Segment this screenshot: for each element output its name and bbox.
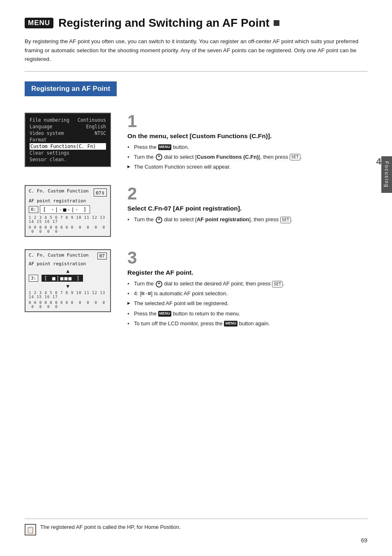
step1-title: On the menu, select [Custom Functions (C…	[127, 132, 367, 140]
step3-bullet-4: Press the MENU button to return to the m…	[127, 310, 367, 318]
fn-screen-2: C. Fn. Custom Function 07⇕ AF point regi…	[25, 185, 111, 237]
step1-number: 1	[127, 113, 367, 130]
footer-icon: 📋	[25, 524, 36, 535]
step1-bullet-3: The Custom Function screen will appear.	[127, 163, 367, 171]
fn-number-row-3b: 0 0 0 0 0 0 0 0 0 0 0 0 0 0 0 0 0	[29, 301, 107, 309]
fn-number-row-2b: 0 0 0 0 0 0 0 0 0 0 0 0 0 0 0 0 0	[29, 225, 107, 234]
fn-arrow-up: ▲	[29, 268, 107, 274]
fn-title-box-3: 07	[97, 253, 107, 259]
step3-bullet-3: The selected AF point will be registered…	[127, 299, 367, 308]
step3-title: Register the AF point.	[127, 269, 367, 276]
screen-row-clear: Clear settings	[30, 150, 106, 156]
title-decoration	[274, 20, 279, 26]
step1-screen: File numberingContinuous LanguageEnglish…	[25, 113, 115, 173]
set-icon-1: SET	[290, 154, 300, 160]
screen-row-video: Video systemNTSC	[30, 130, 106, 137]
step3-number: 3	[127, 249, 367, 266]
set-icon-3: SET	[272, 281, 283, 287]
step1-row: File numberingContinuous LanguageEnglish…	[25, 113, 367, 173]
side-tab: Focusing	[381, 156, 392, 193]
step2-bullets: Turn the dial to select [AF point regist…	[127, 215, 367, 224]
dial-icon-2	[156, 217, 162, 223]
fn-label-2: AF point registration	[29, 198, 107, 204]
step3-screen: C. Fn. Custom Function 07 AF point regis…	[25, 249, 115, 329]
step1-bullet-2: Turn the dial to select [Cusom Functions…	[127, 153, 367, 161]
fn-value-label-2: 0:	[29, 206, 38, 213]
menu-icon-3: MENU	[158, 311, 172, 317]
fn-title-2: C. Fn. Custom Function 07⇕	[29, 188, 107, 197]
step2-content: 2 Select C.Fn-07 [AF point registration]…	[127, 185, 367, 237]
dial-icon-3a	[156, 281, 162, 287]
screen-row-format: Format	[30, 137, 106, 143]
side-number: 4	[376, 156, 381, 167]
page-number: 69	[361, 537, 367, 544]
screen-row-sensor: Sensor clean.	[30, 156, 106, 163]
fn-value-label-3: 3:	[29, 275, 38, 282]
set-icon-2: SET	[280, 217, 291, 223]
step3-content: 3 Register the AF point. Turn the dial t…	[127, 249, 367, 329]
screen-row-language: LanguageEnglish	[30, 123, 106, 130]
step1-bullets: Press the MENU button. Turn the dial to …	[127, 143, 367, 171]
page-title: Registering and Switching an AF Point	[58, 16, 270, 30]
fn-selected-af: [ ■|■■■ ]	[42, 275, 83, 282]
screen-row-file: File numberingContinuous	[30, 117, 106, 123]
step3-bullets: Turn the dial to select the desired AF p…	[127, 280, 367, 328]
step2-number: 2	[127, 185, 367, 202]
fn-screen-3: C. Fn. Custom Function 07 AF point regis…	[25, 249, 111, 312]
step2-bullet-1: Turn the dial to select [AF point regist…	[127, 215, 367, 224]
footer-note: 📋 The registered AF point is called the …	[25, 519, 367, 535]
fn-arrow-down: ▼	[29, 283, 107, 289]
footer-text: The registered AF point is called the HP…	[40, 524, 181, 530]
step1-content: 1 On the menu, select [Custom Functions …	[127, 113, 367, 173]
fn-title-3: C. Fn. Custom Function 07	[29, 253, 107, 259]
step3-bullet-5: To turn off the LCD monitor, press the M…	[127, 320, 367, 328]
fn-label-3: AF point registration	[29, 261, 107, 266]
page-title-row: MENU Registering and Switching an AF Poi…	[25, 16, 367, 30]
step3-row: C. Fn. Custom Function 07 AF point regis…	[25, 249, 367, 329]
fn-number-row-2a: 1 2 3 4 5 6 7 8 9 10 11 12 13 14 15 16 1…	[29, 215, 107, 224]
menu-badge: MENU	[25, 18, 53, 28]
step2-row: C. Fn. Custom Function 07⇕ AF point regi…	[25, 185, 367, 237]
step3-bullet-2: 4: [⊞·⊠] is automatic AF point selection…	[127, 290, 367, 298]
menu-icon-3b: MENU	[224, 321, 238, 327]
dial-icon-1	[156, 154, 162, 160]
menu-icon-1: MENU	[158, 144, 172, 150]
camera-menu-screen: File numberingContinuous LanguageEnglish…	[25, 113, 111, 167]
af-icons-2: [ ·|·■·|· ]	[40, 205, 90, 214]
fn-value-row-3: 3: [ ■|■■■ ]	[29, 275, 107, 282]
step2-title: Select C.Fn-07 [AF point registration].	[127, 205, 367, 212]
fn-number-row-3a: 1 2 3 4 5 6 7 8 9 10 11 12 13 14 15 16 1…	[29, 291, 107, 299]
section-header: Registering an AF Point	[25, 81, 117, 96]
fn-title-box-2: 07⇕	[94, 188, 107, 197]
step2-screen: C. Fn. Custom Function 07⇕ AF point regi…	[25, 185, 115, 237]
step1-bullet-1: Press the MENU button.	[127, 143, 367, 151]
fn-value-row-2: 0: [ ·|·■·|· ]	[29, 205, 107, 214]
intro-text: By registering the AF point you often us…	[25, 37, 367, 72]
step3-bullet-1: Turn the dial to select the desired AF p…	[127, 280, 367, 288]
screen-row-custom-fn: Custom Functions(C. Fn)	[30, 143, 106, 150]
